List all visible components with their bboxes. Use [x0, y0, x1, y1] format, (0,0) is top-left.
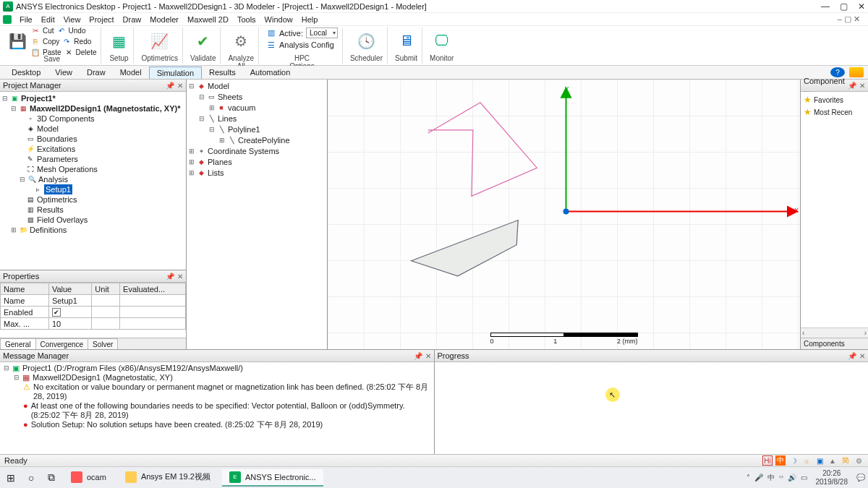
config-icon[interactable]: ☰: [266, 40, 276, 50]
close-panel-icon[interactable]: ✕: [177, 273, 183, 281]
redo-icon[interactable]: ↷: [61, 36, 72, 46]
mt-polyline[interactable]: Polyline1: [228, 124, 260, 135]
tree-optimetrics[interactable]: Optimetrics: [37, 194, 77, 205]
h-scrollbar[interactable]: ‹›: [801, 328, 868, 338]
prop-max-value[interactable]: 10: [48, 318, 91, 330]
ime-icon[interactable]: 中: [767, 473, 775, 483]
pin-icon[interactable]: 📌: [848, 352, 856, 360]
mt-create[interactable]: CreatePolyline: [238, 135, 290, 146]
recent-label[interactable]: Most Recen: [814, 108, 852, 116]
prop-tab-general[interactable]: General: [0, 338, 36, 349]
wifi-icon[interactable]: ⌔: [779, 474, 783, 481]
scheduler-icon[interactable]: 🕓: [356, 31, 376, 51]
optimetrics-icon[interactable]: 📈: [150, 31, 170, 51]
menu-modeler[interactable]: Modeler: [146, 15, 182, 24]
prop-tab-solver[interactable]: Solver: [88, 338, 118, 349]
notifications-icon[interactable]: 💬: [856, 474, 865, 481]
taskview-button[interactable]: ⧉: [43, 470, 59, 486]
help-icon[interactable]: ?: [830, 67, 845, 77]
cut-icon[interactable]: ✂: [30, 25, 41, 35]
tray-moon-icon[interactable]: ☽: [788, 455, 799, 466]
mic-icon[interactable]: 🎤: [754, 474, 763, 481]
search-button[interactable]: ○: [23, 470, 39, 486]
tab-view[interactable]: View: [48, 67, 80, 78]
tray-chevron-up-icon[interactable]: ˄: [746, 474, 750, 481]
setup-icon[interactable]: ▦: [109, 31, 129, 51]
col-name[interactable]: Name: [1, 283, 49, 295]
tree-parameters[interactable]: Parameters: [37, 154, 78, 164]
tab-draw[interactable]: Draw: [80, 67, 113, 78]
start-button[interactable]: ⊞: [3, 470, 19, 486]
paste-icon[interactable]: 📋: [30, 47, 41, 57]
col-value[interactable]: Value: [48, 283, 91, 295]
menu-window[interactable]: Window: [261, 15, 297, 24]
validate-icon[interactable]: ✔: [193, 31, 213, 51]
favorites-label[interactable]: Favorites: [814, 96, 843, 104]
close-panel-icon[interactable]: ✕: [859, 82, 865, 90]
tree-setup1[interactable]: Setup1: [44, 184, 72, 194]
tree-boundaries[interactable]: Boundaries: [37, 134, 77, 144]
mt-lines[interactable]: Lines: [218, 114, 237, 124]
mt-sheets[interactable]: Sheets: [218, 92, 242, 103]
tab-desktop[interactable]: Desktop: [4, 67, 48, 78]
pin-icon[interactable]: 📌: [848, 82, 856, 90]
mt-lists[interactable]: Lists: [208, 168, 224, 179]
prop-enabled-value[interactable]: ✔: [48, 307, 91, 318]
menu-edit[interactable]: Edit: [38, 15, 59, 24]
tab-simulation[interactable]: Simulation: [149, 67, 202, 79]
volume-icon[interactable]: 🔊: [788, 474, 796, 481]
prop-tab-convergence[interactable]: Convergence: [35, 338, 88, 349]
pin-icon[interactable]: 📌: [166, 273, 174, 281]
task-ansys[interactable]: EANSYS Electronic...: [222, 469, 323, 487]
close-panel-icon[interactable]: ✕: [177, 82, 183, 90]
tray-person-icon[interactable]: ▲: [827, 455, 838, 466]
mdi-close-icon[interactable]: – ▢ ✕: [834, 14, 864, 24]
ansys-logo-icon[interactable]: [849, 67, 864, 77]
col-unit[interactable]: Unit: [92, 283, 120, 295]
components-tab[interactable]: Components: [801, 338, 848, 349]
tree-results[interactable]: Results: [37, 205, 64, 215]
submit-icon[interactable]: 🖥: [396, 31, 417, 51]
menu-maxwell2d[interactable]: Maxwell 2D: [184, 15, 232, 24]
tree-definitions[interactable]: Definitions: [30, 225, 67, 235]
tree-analysis[interactable]: Analysis: [38, 174, 68, 184]
menu-file[interactable]: File: [16, 15, 36, 24]
tab-automation[interactable]: Automation: [243, 67, 298, 78]
undo-icon[interactable]: ↶: [56, 25, 67, 35]
save-icon[interactable]: 💾: [7, 31, 27, 51]
message-list[interactable]: ⊟▣Project1 (D:/Program Files (x86)/Ansys…: [0, 362, 434, 454]
pin-icon[interactable]: 📌: [166, 82, 174, 90]
pin-icon[interactable]: 📌: [414, 352, 422, 360]
mt-planes[interactable]: Planes: [208, 157, 232, 168]
menu-tools[interactable]: Tools: [234, 15, 260, 24]
tray-sun-icon[interactable]: ☼: [801, 455, 812, 466]
tree-project[interactable]: Project1*: [21, 93, 56, 103]
3d-viewport[interactable]: Y X: [328, 80, 800, 349]
tray-grid-icon[interactable]: ▣: [814, 455, 825, 466]
task-ocam[interactable]: ocam: [64, 469, 114, 487]
properties-grid[interactable]: NameValueUnitEvaluated... NameSetup1 Ena…: [0, 283, 186, 338]
mt-model[interactable]: Model: [208, 81, 229, 92]
tray-cn[interactable]: 中: [775, 455, 786, 466]
tab-model[interactable]: Model: [113, 67, 149, 78]
copy-icon[interactable]: ⎘: [30, 36, 41, 46]
analyze-icon[interactable]: ⚙: [231, 31, 251, 51]
col-eval[interactable]: Evaluated...: [120, 283, 186, 295]
tray-hi[interactable]: Hi: [762, 455, 773, 466]
tree-excitations[interactable]: Excitations: [37, 144, 75, 154]
close-button[interactable]: ✕: [858, 1, 865, 12]
minimize-button[interactable]: —: [821, 1, 830, 12]
tree-3dcomponents[interactable]: 3D Components: [37, 114, 95, 124]
components-panel[interactable]: ★Favorites ★Most Recen: [801, 92, 868, 328]
close-panel-icon[interactable]: ✕: [425, 352, 431, 360]
tab-results[interactable]: Results: [202, 67, 243, 78]
maximize-button[interactable]: ▢: [840, 1, 848, 12]
tree-mesh[interactable]: Mesh Operations: [37, 164, 98, 174]
delete-icon[interactable]: ✕: [64, 47, 74, 57]
tree-model[interactable]: Model: [37, 124, 59, 134]
tray-lang-icon[interactable]: 简: [841, 455, 851, 466]
active-combo[interactable]: Local: [306, 27, 338, 38]
tree-design[interactable]: Maxwell2DDesign1 (Magnetostatic, XY)*: [30, 103, 180, 114]
project-tree[interactable]: ⊟▣Project1* ⊟▦Maxwell2DDesign1 (Magnetos…: [0, 92, 186, 270]
model-tree[interactable]: ⊟◆Model ⊟▭Sheets ⊞■vacuum ⊟╲Lines ⊟╲Poly…: [187, 80, 328, 349]
